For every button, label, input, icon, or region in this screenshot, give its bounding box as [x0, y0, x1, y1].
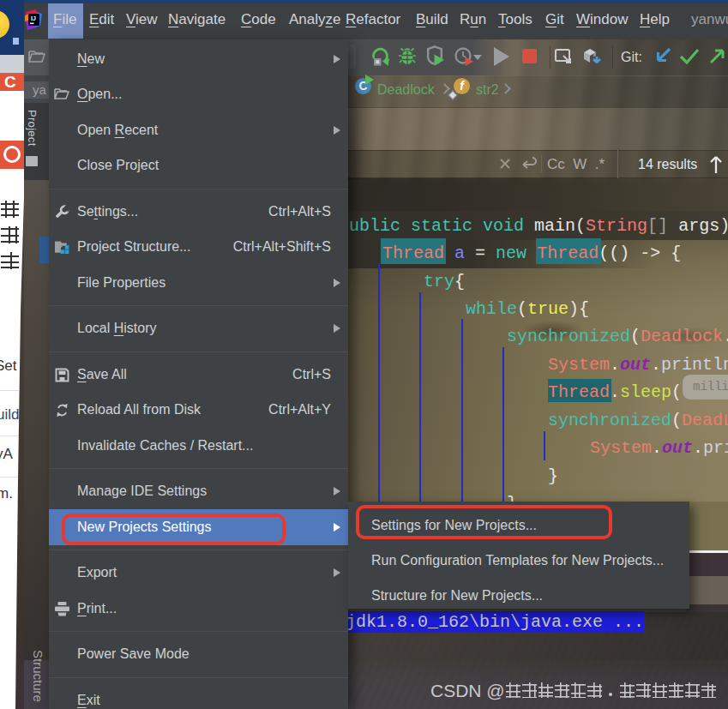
svg-text:IJ: IJ: [31, 15, 36, 21]
